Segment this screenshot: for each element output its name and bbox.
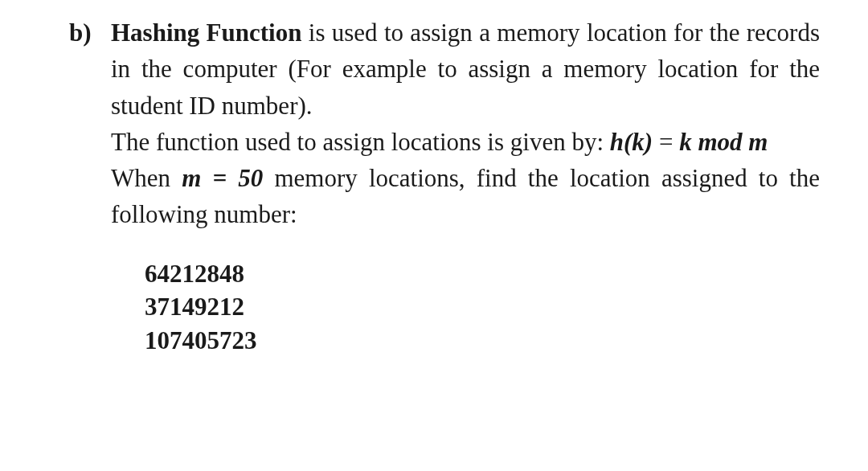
m-equation: m = 50: [182, 164, 263, 192]
formula-eq: =: [653, 128, 679, 156]
paragraph-2: The function used to assign locations is…: [111, 124, 820, 160]
formula-hk: h(k): [610, 128, 653, 156]
number-3: 107405723: [145, 324, 820, 358]
para3-prefix: When: [111, 164, 182, 192]
item-body: Hashing Function is used to assign a mem…: [111, 14, 820, 358]
formula-kmodm: k mod m: [679, 128, 768, 156]
item-label: b): [69, 14, 111, 358]
paragraph-1: Hashing Function is used to assign a mem…: [111, 14, 820, 124]
number-2: 37149212: [145, 290, 820, 324]
number-list: 64212848 37149212 107405723: [111, 257, 820, 358]
question-item: b) Hashing Function is used to assign a …: [69, 14, 820, 358]
para2-prefix: The function used to assign locations is…: [111, 128, 610, 156]
term-bold: Hashing Function: [111, 18, 301, 47]
paragraph-3: When m = 50 memory locations, find the l…: [111, 160, 820, 233]
question-container: b) Hashing Function is used to assign a …: [0, 0, 868, 358]
number-1: 64212848: [145, 257, 820, 291]
